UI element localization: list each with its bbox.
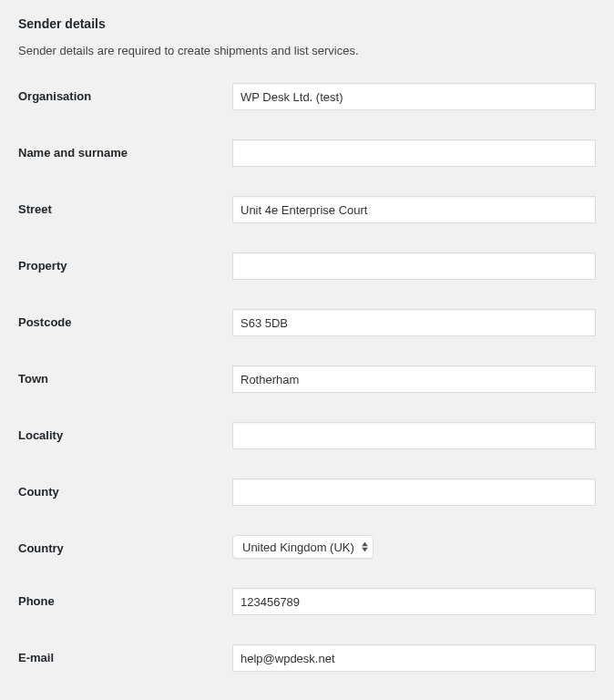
row-county: County — [18, 479, 596, 506]
row-country: Country United Kingdom (UK) — [18, 535, 596, 559]
label-county: County — [18, 479, 232, 499]
input-locality[interactable] — [232, 422, 596, 449]
row-name-surname: Name and surname — [18, 139, 596, 167]
label-country: Country — [18, 535, 232, 555]
row-town: Town — [18, 365, 596, 393]
input-postcode[interactable] — [232, 309, 596, 336]
section-heading: Sender details — [18, 16, 596, 31]
label-organisation: Organisation — [18, 83, 232, 103]
row-street: Street — [18, 196, 596, 223]
row-email: E-mail — [18, 644, 596, 672]
label-name-surname: Name and surname — [18, 139, 232, 160]
section-description: Sender details are required to create sh… — [18, 44, 596, 57]
row-phone: Phone — [18, 588, 596, 615]
row-property: Property — [18, 252, 596, 280]
label-email: E-mail — [18, 644, 232, 664]
input-phone[interactable] — [232, 588, 596, 615]
label-street: Street — [18, 196, 232, 216]
input-town[interactable] — [232, 365, 596, 393]
select-country[interactable]: United Kingdom (UK) — [232, 535, 374, 559]
row-locality: Locality — [18, 422, 596, 449]
select-country-value: United Kingdom (UK) — [242, 540, 354, 554]
row-organisation: Organisation — [18, 83, 596, 110]
input-county[interactable] — [232, 479, 596, 506]
label-property: Property — [18, 252, 232, 273]
label-locality: Locality — [18, 422, 232, 442]
select-arrows-icon — [362, 542, 368, 552]
label-town: Town — [18, 365, 232, 386]
input-email[interactable] — [232, 644, 596, 672]
input-organisation[interactable] — [232, 83, 596, 110]
input-street[interactable] — [232, 196, 596, 223]
label-postcode: Postcode — [18, 309, 232, 329]
row-postcode: Postcode — [18, 309, 596, 336]
input-name-surname[interactable] — [232, 139, 596, 167]
input-property[interactable] — [232, 252, 596, 280]
label-phone: Phone — [18, 588, 232, 608]
